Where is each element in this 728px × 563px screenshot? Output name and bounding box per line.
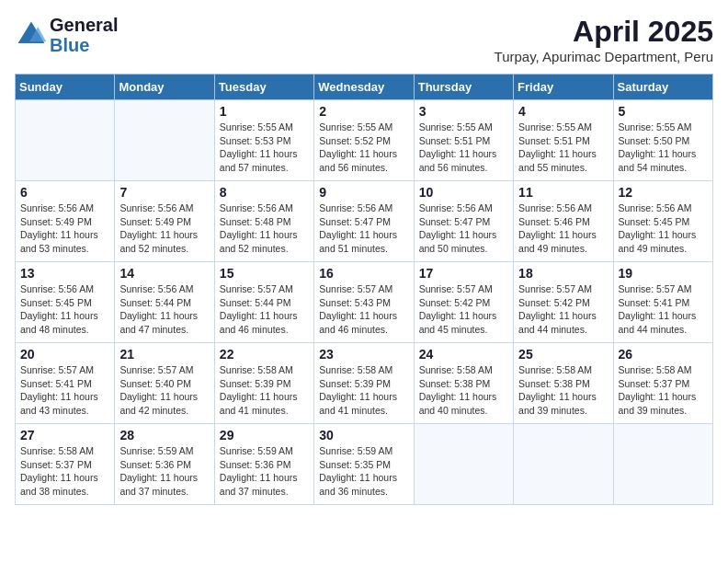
calendar-cell: 8Sunrise: 5:56 AMSunset: 5:48 PMDaylight… (214, 181, 313, 262)
day-info: Sunrise: 5:55 AMSunset: 5:51 PMDaylight:… (518, 121, 608, 175)
day-number: 20 (20, 347, 109, 362)
day-info: Sunrise: 5:57 AMSunset: 5:44 PMDaylight:… (220, 282, 309, 337)
day-info: Sunrise: 5:57 AMSunset: 5:40 PMDaylight:… (119, 363, 209, 418)
day-info: Sunrise: 5:56 AMSunset: 5:45 PMDaylight:… (20, 282, 109, 337)
day-info: Sunrise: 5:57 AMSunset: 5:41 PMDaylight:… (20, 363, 109, 418)
calendar-cell: 24Sunrise: 5:58 AMSunset: 5:38 PMDayligh… (414, 343, 513, 424)
day-info: Sunrise: 5:58 AMSunset: 5:37 PMDaylight:… (619, 363, 708, 418)
calendar-cell: 26Sunrise: 5:58 AMSunset: 5:37 PMDayligh… (613, 343, 712, 424)
calendar-week-4: 20Sunrise: 5:57 AMSunset: 5:41 PMDayligh… (16, 343, 713, 424)
day-number: 9 (319, 185, 408, 200)
calendar-title: April 2025 (495, 15, 713, 49)
day-number: 17 (419, 266, 508, 281)
day-info: Sunrise: 5:59 AMSunset: 5:35 PMDaylight:… (319, 444, 408, 499)
weekday-header-friday: Friday (514, 75, 613, 100)
day-number: 26 (619, 347, 708, 362)
day-number: 24 (419, 347, 508, 362)
calendar-cell (613, 424, 712, 505)
day-number: 14 (119, 266, 209, 281)
calendar-cell: 23Sunrise: 5:58 AMSunset: 5:39 PMDayligh… (314, 343, 414, 424)
calendar-cell: 19Sunrise: 5:57 AMSunset: 5:41 PMDayligh… (613, 262, 712, 343)
calendar-body: 1Sunrise: 5:55 AMSunset: 5:53 PMDaylight… (16, 100, 713, 505)
calendar-cell: 20Sunrise: 5:57 AMSunset: 5:41 PMDayligh… (16, 343, 115, 424)
day-number: 13 (20, 266, 109, 281)
calendar-cell: 17Sunrise: 5:57 AMSunset: 5:42 PMDayligh… (414, 262, 513, 343)
calendar-week-1: 1Sunrise: 5:55 AMSunset: 5:53 PMDaylight… (16, 100, 713, 181)
calendar-cell: 30Sunrise: 5:59 AMSunset: 5:35 PMDayligh… (314, 424, 414, 505)
day-number: 7 (119, 185, 209, 200)
calendar-cell: 11Sunrise: 5:56 AMSunset: 5:46 PMDayligh… (514, 181, 613, 262)
calendar-cell (115, 100, 214, 181)
calendar-cell: 22Sunrise: 5:58 AMSunset: 5:39 PMDayligh… (214, 343, 313, 424)
calendar-cell: 25Sunrise: 5:58 AMSunset: 5:38 PMDayligh… (514, 343, 613, 424)
day-number: 19 (619, 266, 708, 281)
weekday-header-row: SundayMondayTuesdayWednesdayThursdayFrid… (16, 75, 713, 100)
day-number: 2 (319, 104, 408, 119)
calendar-cell: 14Sunrise: 5:56 AMSunset: 5:44 PMDayligh… (115, 262, 214, 343)
day-number: 18 (518, 266, 608, 281)
calendar-cell (414, 424, 513, 505)
calendar-cell: 6Sunrise: 5:56 AMSunset: 5:49 PMDaylight… (16, 181, 115, 262)
day-info: Sunrise: 5:57 AMSunset: 5:42 PMDaylight:… (419, 282, 508, 337)
day-info: Sunrise: 5:56 AMSunset: 5:44 PMDaylight:… (119, 282, 209, 337)
day-number: 12 (619, 185, 708, 200)
day-number: 1 (220, 104, 309, 119)
calendar-week-3: 13Sunrise: 5:56 AMSunset: 5:45 PMDayligh… (16, 262, 713, 343)
weekday-header-thursday: Thursday (414, 75, 513, 100)
logo-line2: Blue (50, 35, 89, 55)
day-info: Sunrise: 5:58 AMSunset: 5:38 PMDaylight:… (518, 363, 608, 418)
title-block: April 2025 Turpay, Apurimac Department, … (495, 15, 713, 64)
day-number: 29 (220, 428, 309, 442)
calendar-cell: 1Sunrise: 5:55 AMSunset: 5:53 PMDaylight… (214, 100, 313, 181)
day-info: Sunrise: 5:59 AMSunset: 5:36 PMDaylight:… (220, 444, 309, 499)
calendar-cell: 2Sunrise: 5:55 AMSunset: 5:52 PMDaylight… (314, 100, 414, 181)
day-info: Sunrise: 5:55 AMSunset: 5:53 PMDaylight:… (220, 121, 309, 175)
calendar-cell: 13Sunrise: 5:56 AMSunset: 5:45 PMDayligh… (16, 262, 115, 343)
day-info: Sunrise: 5:56 AMSunset: 5:47 PMDaylight:… (319, 201, 408, 256)
calendar-cell: 9Sunrise: 5:56 AMSunset: 5:47 PMDaylight… (314, 181, 414, 262)
day-number: 11 (518, 185, 608, 200)
day-info: Sunrise: 5:58 AMSunset: 5:39 PMDaylight:… (319, 363, 408, 418)
day-number: 23 (319, 347, 408, 362)
day-info: Sunrise: 5:56 AMSunset: 5:45 PMDaylight:… (619, 201, 708, 256)
calendar-table: SundayMondayTuesdayWednesdayThursdayFrid… (15, 74, 713, 505)
day-info: Sunrise: 5:58 AMSunset: 5:38 PMDaylight:… (419, 363, 508, 418)
day-info: Sunrise: 5:57 AMSunset: 5:41 PMDaylight:… (619, 282, 708, 337)
day-number: 30 (319, 428, 408, 442)
day-number: 16 (319, 266, 408, 281)
page-header: General Blue April 2025 Turpay, Apurimac… (15, 15, 713, 64)
weekday-header-saturday: Saturday (613, 75, 712, 100)
day-info: Sunrise: 5:55 AMSunset: 5:52 PMDaylight:… (319, 121, 408, 175)
day-info: Sunrise: 5:56 AMSunset: 5:49 PMDaylight:… (20, 201, 109, 256)
logo: General Blue (15, 15, 118, 55)
logo-line1: General (50, 15, 118, 35)
day-number: 6 (20, 185, 109, 200)
day-number: 25 (518, 347, 608, 362)
calendar-cell: 3Sunrise: 5:55 AMSunset: 5:51 PMDaylight… (414, 100, 513, 181)
day-info: Sunrise: 5:58 AMSunset: 5:39 PMDaylight:… (220, 363, 309, 418)
weekday-header-tuesday: Tuesday (214, 75, 313, 100)
calendar-cell: 15Sunrise: 5:57 AMSunset: 5:44 PMDayligh… (214, 262, 313, 343)
weekday-header-sunday: Sunday (16, 75, 115, 100)
weekday-header-wednesday: Wednesday (314, 75, 414, 100)
logo-icon (15, 18, 48, 52)
day-info: Sunrise: 5:56 AMSunset: 5:48 PMDaylight:… (220, 201, 309, 256)
calendar-cell: 21Sunrise: 5:57 AMSunset: 5:40 PMDayligh… (115, 343, 214, 424)
day-number: 28 (119, 428, 209, 442)
day-number: 15 (220, 266, 309, 281)
day-info: Sunrise: 5:55 AMSunset: 5:51 PMDaylight:… (419, 121, 508, 175)
calendar-week-5: 27Sunrise: 5:58 AMSunset: 5:37 PMDayligh… (16, 424, 713, 505)
day-number: 4 (518, 104, 608, 119)
day-info: Sunrise: 5:58 AMSunset: 5:37 PMDaylight:… (20, 444, 109, 499)
calendar-cell: 7Sunrise: 5:56 AMSunset: 5:49 PMDaylight… (115, 181, 214, 262)
day-number: 5 (619, 104, 708, 119)
calendar-cell: 10Sunrise: 5:56 AMSunset: 5:47 PMDayligh… (414, 181, 513, 262)
day-info: Sunrise: 5:59 AMSunset: 5:36 PMDaylight:… (119, 444, 209, 499)
calendar-cell: 18Sunrise: 5:57 AMSunset: 5:42 PMDayligh… (514, 262, 613, 343)
day-info: Sunrise: 5:57 AMSunset: 5:42 PMDaylight:… (518, 282, 608, 337)
day-info: Sunrise: 5:57 AMSunset: 5:43 PMDaylight:… (319, 282, 408, 337)
day-number: 10 (419, 185, 508, 200)
weekday-header-monday: Monday (115, 75, 214, 100)
calendar-cell: 27Sunrise: 5:58 AMSunset: 5:37 PMDayligh… (16, 424, 115, 505)
day-number: 8 (220, 185, 309, 200)
